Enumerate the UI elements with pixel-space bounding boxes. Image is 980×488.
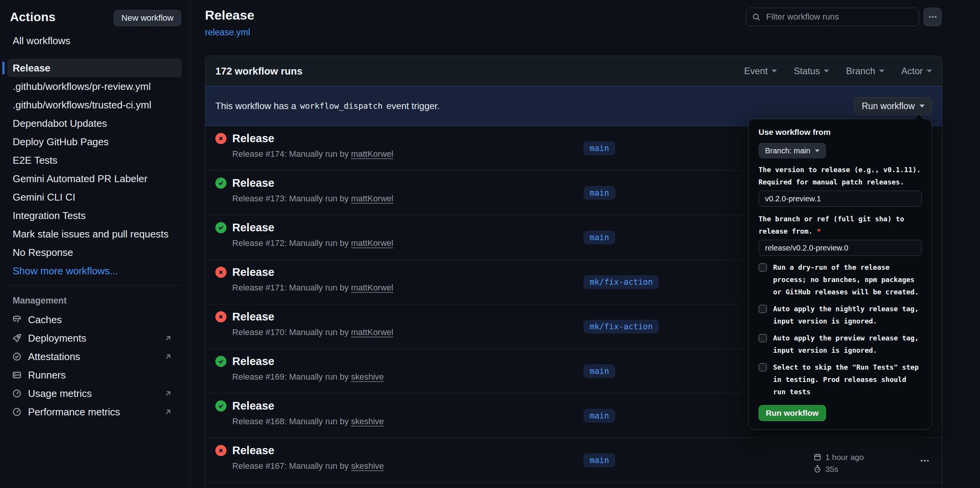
workflow-run-row[interactable]: Release Release #167: Manually run by sk… [205, 438, 942, 483]
management-item[interactable]: Performance metrics [7, 403, 182, 421]
branch-badge[interactable]: main [583, 409, 615, 423]
runs-filter-dropdown[interactable]: Branch [846, 66, 884, 76]
management-item-label: Runners [28, 369, 66, 381]
checkbox[interactable] [759, 334, 767, 342]
management-item-label: Attestations [28, 351, 80, 363]
chevron-down-icon [879, 70, 884, 73]
stopwatch-icon [813, 465, 821, 473]
management-item[interactable]: Runners [7, 366, 182, 384]
actions-sidebar: Actions New workflow All workflows Relea… [0, 0, 191, 488]
run-actor-link[interactable]: skeshive [351, 461, 384, 471]
run-title-link[interactable]: Release [232, 221, 274, 234]
sidebar-workflow-item[interactable]: Release [7, 59, 182, 77]
filter-label: Status [794, 66, 820, 76]
external-link-indicator [164, 389, 173, 398]
next-run-row-partial [205, 483, 942, 488]
run-actor-link[interactable]: mattKorwel [351, 283, 393, 292]
sidebar-workflow-item[interactable]: .github/workflows/trusted-ci.yml [7, 96, 182, 114]
branch-badge[interactable]: main [583, 186, 615, 200]
branch-badge[interactable]: main [583, 453, 615, 467]
sidebar-workflow-item[interactable]: Integration Tests [7, 206, 182, 225]
run-title-link[interactable]: Release [232, 444, 274, 457]
sidebar-workflow-item[interactable]: Gemini CLI CI [7, 188, 182, 206]
management-list: Caches Deployments Attestations [0, 310, 190, 421]
checkbox-row[interactable]: Auto apply the nightly release tag, inpu… [759, 303, 922, 327]
new-workflow-button[interactable]: New workflow [114, 10, 181, 26]
branch-badge[interactable]: main [583, 364, 615, 378]
run-description: Release #168: Manually run by skeshive [232, 417, 384, 427]
runs-filters: Event Status Branch Actor [744, 66, 932, 76]
run-number-text: Release #171: Manually run by [232, 283, 349, 292]
workflow-label: E2E Tests [13, 154, 58, 166]
checkbox[interactable] [759, 305, 767, 313]
run-title-link[interactable]: Release [232, 177, 274, 189]
checkbox[interactable] [759, 263, 767, 272]
run-actor-link[interactable]: mattKorwel [351, 327, 393, 337]
management-item[interactable]: Usage metrics [7, 384, 182, 403]
run-actor-link[interactable]: mattKorwel [351, 149, 393, 159]
sidebar-workflow-item[interactable]: .github/workflows/pr-review.yml [7, 77, 182, 96]
runs-filter-dropdown[interactable]: Status [794, 66, 829, 76]
filter-label: Actor [901, 66, 923, 76]
workflow-label: Integration Tests [13, 210, 86, 222]
sidebar-workflow-item[interactable]: E2E Tests [7, 151, 182, 169]
sidebar-workflow-item[interactable]: Deploy GitHub Pages [7, 133, 182, 151]
run-number-text: Release #172: Manually run by [232, 238, 349, 248]
run-title-link[interactable]: Release [232, 355, 274, 368]
run-actor-link[interactable]: mattKorwel [351, 194, 393, 203]
checkbox-row[interactable]: Select to skip the "Run Tests" step in t… [759, 361, 922, 398]
sidebar-workflow-item[interactable]: No Response [7, 243, 182, 262]
kebab-horizontal-icon [928, 12, 937, 22]
run-title-link[interactable]: Release [232, 132, 274, 145]
chevron-down-icon [815, 149, 820, 152]
run-options-kebab-button[interactable] [916, 455, 933, 466]
sidebar-workflow-item[interactable]: Gemini Automated PR Labeler [7, 169, 182, 188]
runs-list-header: 172 workflow runs Event Status Branch [205, 56, 942, 86]
sidebar-workflow-item[interactable]: Mark stale issues and pull requests [7, 225, 182, 243]
run-actor-link[interactable]: skeshive [351, 372, 384, 382]
runs-count: 172 workflow runs [215, 65, 302, 77]
run-status-icon [215, 267, 226, 278]
run-status-icon [215, 356, 226, 367]
checkbox[interactable] [759, 363, 767, 372]
branch-selector-button[interactable]: Branch: main [759, 143, 826, 158]
run-title-link[interactable]: Release [232, 310, 274, 323]
branch-badge[interactable]: mk/fix-action [583, 275, 659, 289]
sidebar-workflow-item[interactable]: Dependabot Updates [7, 114, 182, 133]
branch-badge[interactable]: main [583, 231, 615, 244]
workflow-file-link[interactable]: release.yml [205, 27, 250, 38]
checkbox-row[interactable]: Auto apply the preview release tag, inpu… [759, 332, 922, 357]
run-workflow-dropdown-button[interactable]: Run workflow [854, 97, 932, 115]
runs-filter-dropdown[interactable]: Actor [901, 66, 932, 76]
run-number-text: Release #167: Manually run by [232, 461, 349, 471]
branch-badge[interactable]: mk/fix-action [583, 320, 659, 334]
run-workflow-dialog: Use workflow from Branch: main The versi… [748, 119, 932, 430]
version-input[interactable] [759, 191, 922, 207]
sidebar-item-all-workflows[interactable]: All workflows [7, 32, 182, 50]
run-title-link[interactable]: Release [232, 400, 274, 412]
external-link-indicator [164, 407, 173, 417]
run-workflow-submit-button[interactable]: Run workflow [759, 405, 826, 421]
management-item[interactable]: Deployments [7, 329, 182, 347]
ref-input[interactable] [759, 240, 922, 256]
kebab-horizontal-icon [920, 456, 930, 466]
workflow-label: Mark stale issues and pull requests [13, 228, 169, 240]
runs-filter-dropdown[interactable]: Event [744, 66, 777, 76]
run-status-icon [215, 222, 226, 233]
external-link-indicator [164, 334, 173, 343]
management-item[interactable]: Attestations [7, 347, 182, 366]
run-actor-link[interactable]: mattKorwel [351, 238, 393, 248]
checkbox-label: Run a dry-run of the release process; no… [773, 261, 922, 298]
branch-badge[interactable]: main [583, 141, 615, 155]
show-more-workflows-link[interactable]: Show more workflows... [7, 262, 182, 280]
run-actor-link[interactable]: skeshive [351, 417, 384, 426]
filter-workflow-runs-input[interactable] [746, 8, 919, 26]
branch-selector-label: Branch: main [765, 146, 810, 155]
checkbox-row[interactable]: Run a dry-run of the release process; no… [759, 261, 922, 298]
run-status-icon [215, 311, 226, 322]
workflow-options-kebab-button[interactable] [924, 8, 942, 26]
workflow-label: Gemini Automated PR Labeler [13, 173, 147, 185]
required-asterisk: * [817, 227, 821, 235]
run-title-link[interactable]: Release [232, 266, 274, 279]
management-item[interactable]: Caches [7, 310, 182, 329]
